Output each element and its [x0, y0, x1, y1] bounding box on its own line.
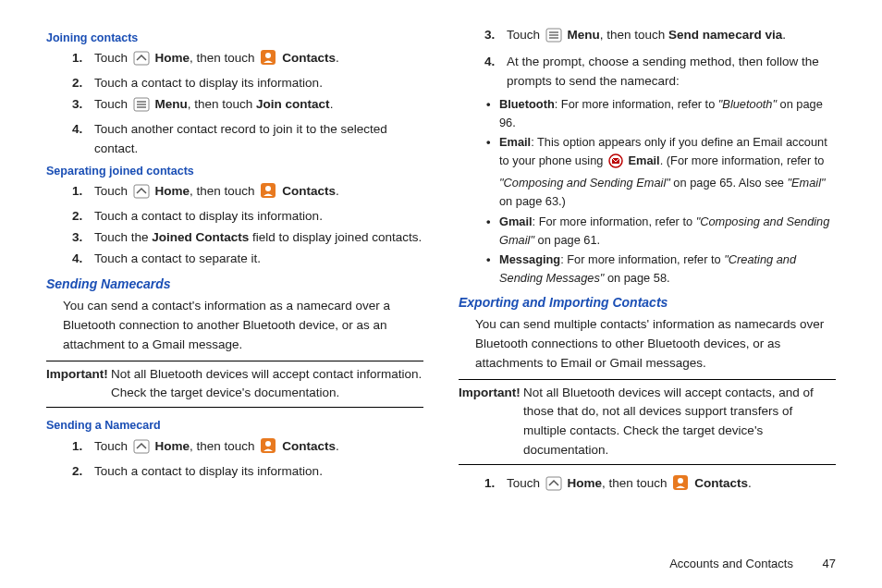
step: Touch a contact to display its informati…: [94, 207, 423, 227]
menu-icon: [133, 97, 150, 118]
steps-send-method: At the prompt, choose a sending method, …: [459, 53, 836, 92]
contacts-icon: [672, 474, 689, 497]
heading-sending-a-namecard: Sending a Namecard: [46, 417, 423, 435]
step: Touch a contact to display its informati…: [94, 462, 423, 482]
svg-rect-10: [134, 440, 149, 453]
bullet-messaging: Messaging: For more information, refer t…: [499, 251, 836, 288]
svg-point-21: [678, 478, 683, 484]
step: At the prompt, choose a sending method, …: [507, 53, 836, 92]
steps-separating: Touch Home, then touch Contacts. Touch a…: [46, 182, 423, 269]
menu-icon: [545, 28, 562, 49]
heading-joining: Joining contacts: [46, 30, 423, 47]
svg-rect-19: [546, 477, 561, 490]
step: Touch Home, then touch Contacts.: [94, 182, 423, 205]
svg-point-9: [265, 186, 271, 191]
page-number: 47: [823, 557, 836, 570]
heading-exporting: Exporting and Importing Contacts: [459, 293, 836, 313]
steps-exporting: Touch Home, then touch Contacts.: [459, 474, 836, 497]
home-icon: [133, 51, 150, 72]
svg-rect-7: [134, 185, 149, 198]
step: Touch a contact to separate it.: [94, 250, 423, 269]
step: Touch Home, then touch Contacts.: [94, 49, 423, 72]
email-icon: [608, 153, 623, 174]
heading-separating: Separating joined contacts: [46, 163, 423, 180]
footer-section: Accounts and Contacts: [669, 557, 793, 570]
step: Touch Home, then touch Contacts.: [507, 474, 836, 497]
home-icon: [133, 439, 150, 460]
svg-point-12: [265, 441, 271, 447]
step: Touch the Joined Contacts field to displ…: [94, 228, 423, 248]
step: Touch Menu, then touch Send namecard via…: [507, 26, 836, 49]
step: Touch Menu, then touch Join contact.: [94, 95, 423, 118]
svg-rect-0: [134, 52, 149, 65]
step: Touch Home, then touch Contacts.: [94, 437, 423, 460]
contacts-icon: [260, 437, 276, 460]
intro-text: You can send a contact's information as …: [63, 297, 423, 355]
home-icon: [133, 184, 150, 205]
important-note: Important! Not all Bluetooth devices wil…: [46, 361, 423, 409]
page-footer: Accounts and Contacts 47: [669, 555, 836, 573]
heading-sending-namecards: Sending Namecards: [46, 275, 423, 295]
bullet-email: Email: This option appears only if you d…: [499, 133, 836, 210]
contacts-icon: [260, 49, 276, 72]
send-method-bullets: Bluetooth: For more information, refer t…: [459, 95, 836, 288]
bullet-gmail: Gmail: For more information, refer to "C…: [499, 213, 836, 250]
contacts-icon: [260, 182, 276, 205]
important-note: Important! Not all Bluetooth devices wil…: [459, 379, 836, 466]
steps-joining: Touch Home, then touch Contacts. Touch a…: [46, 49, 423, 159]
bullet-bluetooth: Bluetooth: For more information, refer t…: [499, 95, 836, 132]
home-icon: [545, 476, 562, 497]
svg-point-2: [265, 53, 271, 58]
intro-text: You can send multiple contacts' informat…: [475, 315, 836, 374]
step: Touch another contact record to join it …: [94, 120, 423, 159]
step: Touch a contact to display its informati…: [94, 74, 423, 93]
